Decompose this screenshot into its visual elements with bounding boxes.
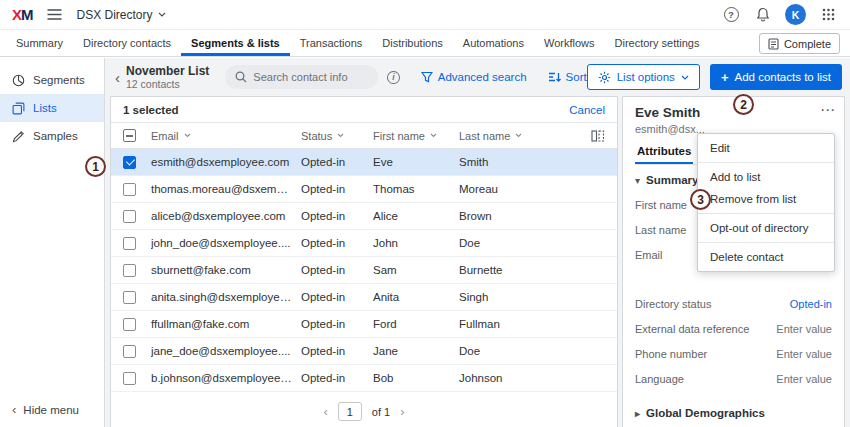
page-number-box[interactable]: 1 [338,402,362,421]
top-bar: X M DSX Directory ? K [0,0,850,30]
table-row[interactable]: esmith@dsxemployee.comOpted-inEveSmith [111,149,617,176]
row-checkbox[interactable] [123,318,136,331]
row-email: john_doe@dsxemployee.... [151,237,301,249]
row-status: Opted-in [301,372,373,384]
column-header-first-name[interactable]: First name [373,130,459,142]
tab-directory-settings[interactable]: Directory settings [605,30,710,56]
manage-columns-icon[interactable] [579,130,605,142]
table-row[interactable]: sburnett@fake.comOpted-inSamBurnette [111,257,617,284]
row-last-name: Burnette [459,264,555,276]
row-checkbox[interactable] [123,156,136,169]
chevron-down-icon [184,133,191,138]
tab-transactions[interactable]: Transactions [290,30,373,56]
search-box[interactable] [225,65,378,89]
row-first-name: Bob [373,372,459,384]
row-checkbox[interactable] [123,264,136,277]
attribute-value[interactable]: Enter value [776,348,832,360]
complete-button[interactable]: Complete [759,33,840,54]
tab-workflows[interactable]: Workflows [534,30,605,56]
row-checkbox[interactable] [123,345,136,358]
sort-button[interactable]: Sort [548,71,587,83]
row-last-name: Moreau [459,183,555,195]
attribute-value[interactable]: Enter value [776,373,832,385]
hamburger-menu-icon[interactable] [45,5,65,25]
global-demographics-section-header[interactable]: ▸ Global Demographics [635,407,765,419]
column-header-email[interactable]: Email [151,130,301,142]
complete-label: Complete [784,38,831,50]
row-status: Opted-in [301,264,373,276]
tab-summary[interactable]: Summary [6,30,73,56]
attribute-label: Language [635,373,684,385]
menu-item-add-to-list[interactable]: Add to list [698,166,834,188]
sidebar-item-samples[interactable]: Samples [0,122,104,150]
tab-automations[interactable]: Automations [453,30,534,56]
column-header-status[interactable]: Status [301,130,373,142]
row-email: b.johnson@dsxemployee.... [151,372,301,384]
table-row[interactable]: ffullman@fake.comOpted-inFordFullman [111,311,617,338]
attribute-value[interactable]: Enter value [776,323,832,335]
back-chevron-icon[interactable]: ‹ [115,70,120,85]
attribute-label: Phone number [635,348,707,360]
list-options-button[interactable]: List options [587,64,700,90]
attribute-row-external-data-reference: External data referenceEnter value [635,316,832,341]
hide-menu-button[interactable]: ‹ Hide menu [12,402,79,417]
column-header-last-name[interactable]: Last name [459,130,555,142]
menu-item-delete-contact[interactable]: Delete contact [698,246,834,268]
row-checkbox-cell [123,183,151,196]
attribute-value[interactable]: Opted-in [790,298,832,310]
more-options-icon[interactable]: ⋯ [820,101,836,119]
select-all-checkbox[interactable] [123,129,136,142]
sidebar: SegmentsListsSamples ‹ Hide menu [0,58,105,427]
row-checkbox[interactable] [123,210,136,223]
info-icon[interactable]: i [387,71,399,84]
row-checkbox[interactable] [123,183,136,196]
directory-name: DSX Directory [77,8,153,22]
chevron-down-icon [158,12,166,17]
row-last-name: Singh [459,291,555,303]
row-checkbox[interactable] [123,372,136,385]
directory-switcher[interactable]: DSX Directory [77,8,166,22]
row-last-name: Doe [459,345,555,357]
menu-item-opt-out-of-directory[interactable]: Opt-out of directory [698,217,834,239]
previous-page-icon[interactable]: ‹ [323,405,327,418]
sidebar-item-segments[interactable]: Segments [0,66,104,94]
menu-item-edit[interactable]: Edit [698,137,834,159]
menu-divider [698,242,834,243]
tab-directory-contacts[interactable]: Directory contacts [73,30,181,56]
table-row[interactable]: jane_doe@dsxemployee....Opted-inJaneDoe [111,338,617,365]
tab-distributions[interactable]: Distributions [372,30,453,56]
contact-context-menu: EditAdd to listRemove from listOpt-out o… [697,133,835,272]
app-switcher-icon[interactable] [818,5,838,25]
list-name: November List [126,64,209,78]
avatar[interactable]: K [785,4,806,25]
search-input[interactable] [253,71,368,83]
tab-segments-lists[interactable]: Segments & lists [181,30,290,56]
attribute-row-language: LanguageEnter value [635,366,832,391]
notification-bell-icon[interactable] [753,5,773,25]
table-row[interactable]: john_doe@dsxemployee....Opted-inJohnDoe [111,230,617,257]
list-options-label: List options [617,71,675,83]
sidebar-item-lists[interactable]: Lists [0,94,104,122]
table-row[interactable]: aliceb@dsxemployee.comOpted-inAliceBrown [111,203,617,230]
add-contacts-button[interactable]: + Add contacts to list [710,64,842,90]
tab-attributes[interactable]: Attributes [635,142,693,164]
next-page-icon[interactable]: › [400,405,404,418]
contacts-table: 1 selected Cancel Email Status First nam… [110,96,618,427]
table-row[interactable]: b.johnson@dsxemployee....Opted-inBobJohn… [111,365,617,392]
table-row[interactable]: anita.singh@dsxemployee...Opted-inAnitaS… [111,284,617,311]
row-last-name: Smith [459,156,555,168]
menu-divider [698,213,834,214]
row-checkbox[interactable] [123,237,136,250]
help-icon[interactable]: ? [721,5,741,25]
sidebar-items: SegmentsListsSamples [0,58,104,150]
complete-icon [768,38,779,50]
xm-logo: X M [12,6,33,23]
advanced-search-button[interactable]: Advanced search [421,71,527,83]
row-email: sburnett@fake.com [151,264,301,276]
row-checkbox[interactable] [123,291,136,304]
menu-item-remove-from-list[interactable]: Remove from list [698,188,834,210]
attribute-row-phone-number: Phone numberEnter value [635,341,832,366]
table-row[interactable]: thomas.moreau@dsxempl...Opted-inThomasMo… [111,176,617,203]
cancel-selection-button[interactable]: Cancel [569,104,605,116]
row-checkbox-cell [123,345,151,358]
